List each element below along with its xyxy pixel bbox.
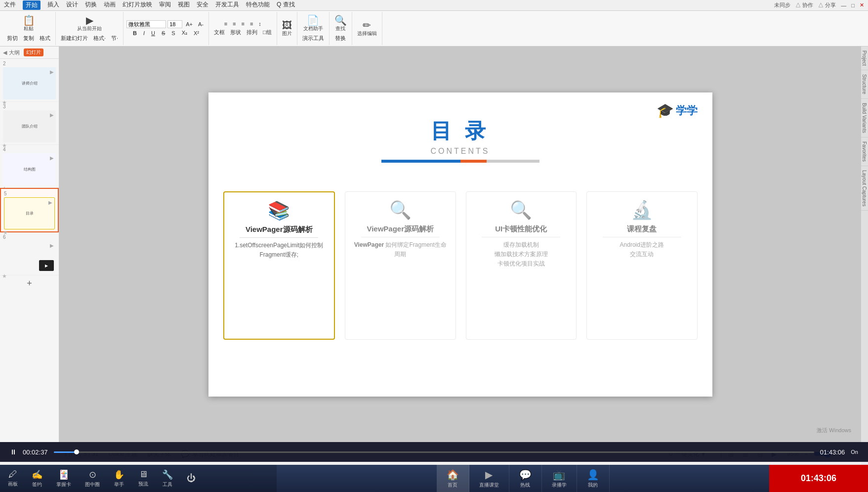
subscript-button[interactable]: X₂ (180, 29, 189, 37)
select-button[interactable]: ✏ 选择编辑 (355, 19, 379, 38)
menu-design[interactable]: 设计 (66, 0, 78, 10)
align-center[interactable]: ≡ (231, 20, 238, 27)
align-right[interactable]: ≡ (239, 20, 246, 27)
cut-button[interactable]: 剪切 (5, 34, 20, 43)
group[interactable]: □组 (261, 28, 274, 37)
slide-divider (381, 160, 539, 163)
taskbar-center: 🏠 首页 ▶ 直播课堂 💬 热线 📺 录播学 👤 我的 (277, 465, 769, 492)
text-box[interactable]: 文框 (212, 28, 227, 37)
box1-divider (240, 237, 318, 238)
window-close[interactable]: ✕ (860, 2, 864, 8)
window-minimize[interactable]: — (841, 2, 846, 8)
align-left[interactable]: ≡ (222, 20, 229, 27)
taskbar-signin[interactable]: ✍ 签约 (29, 467, 45, 490)
content-box-1[interactable]: 📚 ViewPager源码解析 1.setOffscreenPageLimit如… (223, 191, 335, 340)
share-btn[interactable]: △ 分享 (818, 1, 836, 9)
vertical-align[interactable]: 形状 (228, 28, 243, 37)
tab-project[interactable]: Project (861, 46, 868, 70)
taskbar-circle[interactable]: ⊙ 图中圈 (82, 467, 103, 490)
paste-button[interactable]: 📋 粘贴 (21, 14, 37, 33)
taskbar-power[interactable]: ⏻ (184, 471, 199, 486)
learn-icon: 📺 (553, 469, 565, 481)
slide-thumbnail-3[interactable]: 3 团队介绍 ▶ ★ (0, 102, 59, 145)
font-family-input[interactable] (126, 20, 166, 28)
taskbar-app-home[interactable]: 🏠 首页 (437, 465, 469, 492)
arrange[interactable]: 排列 (245, 28, 259, 37)
collapse-btn[interactable]: ◀ (3, 49, 7, 56)
shadow-button[interactable]: S (169, 30, 177, 37)
strikethrough-button[interactable]: S (160, 30, 167, 37)
play-pause-btn[interactable]: ⏸ (10, 448, 17, 456)
text-section: ≡ ≡ ≡ ≡ ↕ 文框 形状 排列 □组 (209, 12, 277, 45)
tab-build-variants[interactable]: Build Variants (861, 99, 868, 137)
menu-insert[interactable]: 插入 (47, 0, 59, 10)
slide-thumbnail-4[interactable]: 4 结构图 ▶ ★ (0, 145, 59, 188)
slide-thumbnail-2[interactable]: 2 讲师介绍 ▶ ★ (0, 59, 59, 102)
sync-status[interactable]: 未同步 (774, 1, 790, 9)
menu-transition[interactable]: 切换 (85, 0, 97, 10)
copy-button[interactable]: 复制 (21, 34, 36, 43)
menu-security[interactable]: 安全 (197, 0, 208, 10)
menu-review[interactable]: 审阅 (159, 0, 171, 10)
replace-button[interactable]: 替换 (333, 34, 348, 43)
format2-button[interactable]: 格式· (91, 34, 108, 43)
node-button[interactable]: 节· (109, 34, 120, 43)
slide-canvas[interactable]: 🎓 学学 目 录 CONTENTS 📚 ViewPager源码解析 1.setO… (208, 92, 712, 397)
taskbar-app-record[interactable]: 📺 录播学 (542, 465, 577, 492)
show-assist-button[interactable]: 演示工具 (300, 34, 326, 43)
new-slide-button[interactable]: 新建幻灯片 (59, 34, 90, 43)
menu-animation[interactable]: 动画 (104, 0, 116, 10)
bold-button[interactable]: B (131, 30, 139, 37)
progress-bar[interactable] (54, 451, 814, 453)
menu-slideshow[interactable]: 幻灯片放映 (123, 0, 152, 10)
taskbar-preview[interactable]: 🖥 预流 (135, 467, 151, 490)
font-size-down[interactable]: A- (196, 21, 206, 28)
slide-tab[interactable]: 幻灯片 (24, 48, 43, 56)
find-button[interactable]: 🔍 查找 (332, 14, 349, 33)
box4-title: 课程复盘 (593, 224, 691, 234)
menu-home[interactable]: 开始 (23, 0, 41, 10)
taskbar-flashcard[interactable]: 🃏 掌握卡 (53, 467, 74, 490)
taskbar-left: 🖊 画板 ✍ 签约 🃏 掌握卡 ⊙ 图中圈 ✋ 举手 🖥 预流 🔧 工具 ⏻ (0, 465, 277, 492)
play-icon: ▶ (485, 469, 493, 481)
underline-button[interactable]: U (149, 30, 157, 37)
slide-thumbnail-6[interactable]: 6 ▶ ▶ ★ (0, 232, 59, 275)
font-size-up[interactable]: A+ (184, 21, 195, 28)
collaborate-btn[interactable]: △ 协作 (795, 1, 813, 9)
doc-assist-button[interactable]: 📄 文档助手 (301, 14, 325, 33)
tab-structure[interactable]: Structure (861, 70, 868, 99)
menu-developer[interactable]: 开发工具 (215, 0, 239, 10)
play-button[interactable]: ▶ 从当前开始 (75, 14, 104, 33)
font-size-input[interactable] (167, 20, 182, 28)
window-maximize[interactable]: □ (851, 2, 855, 8)
menu-special[interactable]: 特色功能 (246, 0, 270, 10)
menu-file[interactable]: 文件 (4, 0, 16, 10)
box2-text: 如何绑定Fragment生命周期 (385, 241, 446, 258)
menu-find[interactable]: Q 查找 (277, 0, 295, 10)
superscript-button[interactable]: X² (192, 30, 201, 37)
tab-favorites[interactable]: Favorites (861, 137, 868, 166)
pic-button[interactable]: 🖼 图片 (280, 19, 294, 38)
add-slide-button[interactable]: + (0, 275, 59, 292)
italic-button[interactable]: I (141, 30, 147, 37)
menu-view[interactable]: 视图 (178, 0, 190, 10)
slide-thumbnail-5[interactable]: 5 目录 ▶ ★ (0, 188, 59, 232)
taskbar-app-hotline[interactable]: 💬 热线 (509, 465, 542, 492)
menu-items: 文件 开始 插入 设计 切换 动画 幻灯片放映 审阅 视图 安全 开发工具 特色… (4, 0, 774, 10)
content-box-4[interactable]: 🔬 课程复盘 Android进阶之路 交流互动 (586, 191, 698, 340)
slide-main-title[interactable]: 目 录 (381, 117, 539, 145)
tab-layout-captures[interactable]: Layout Captures (861, 166, 868, 211)
align-justify[interactable]: ≡ (248, 20, 255, 27)
taskbar-app-profile[interactable]: 👤 我的 (577, 465, 610, 492)
taskbar-app-live[interactable]: ▶ 直播课堂 (469, 465, 509, 492)
box2-divider (361, 237, 440, 237)
content-box-2[interactable]: 🔍 ViewPager源码解析 ViewPager 如何绑定Fragment生命… (345, 191, 456, 340)
content-box-3[interactable]: 🔍 UI卡顿性能优化 缓存加载机制 懒加载技术方案原理 卡顿优化项目实战 (466, 191, 577, 340)
taskbar-end-time[interactable]: 01:43:06 (769, 465, 868, 492)
line-spacing[interactable]: ↕ (256, 20, 263, 27)
taskbar-whiteboard[interactable]: 🖊 画板 (5, 467, 21, 490)
taskbar-tools[interactable]: 🔧 工具 (159, 467, 176, 490)
slide-logo: 🎓 学学 (657, 102, 698, 119)
format-button[interactable]: 格式 (38, 34, 52, 43)
taskbar-raise[interactable]: ✋ 举手 (111, 467, 127, 490)
